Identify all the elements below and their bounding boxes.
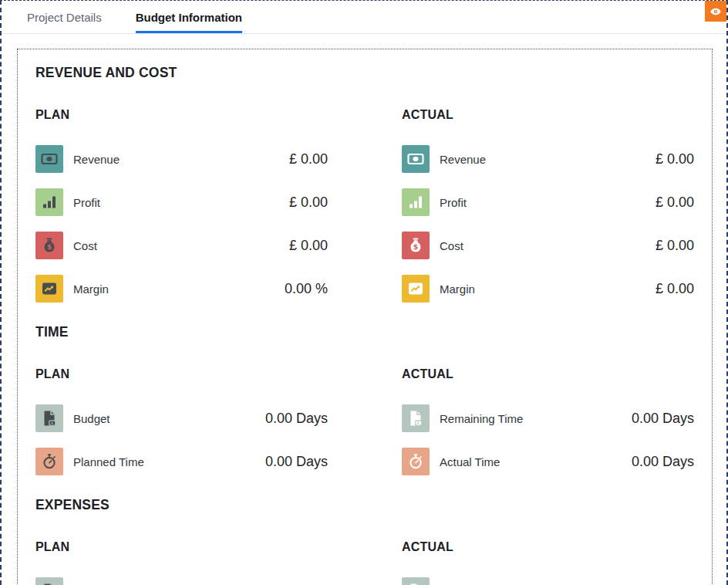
plan-actual-columns: PLAN Revenue £ 0.00 Profit £ 0.00 $ Cost… [35, 107, 694, 310]
column-heading: ACTUAL [402, 366, 694, 383]
svg-text:$: $ [47, 242, 52, 251]
section-title: REVENUE AND COST [35, 63, 694, 82]
metric-rows: Remaining £ 0.00 [402, 570, 694, 585]
metric-value: £ 0.00 [656, 281, 694, 297]
plan-actual-columns: PLAN Budget 0.00 Days Planned Time 0.00 … [35, 366, 694, 483]
metric-row: Remaining Time 0.00 Days [402, 397, 694, 440]
metric-label: Actual Time [440, 455, 500, 468]
metric-row: Profit £ 0.00 [35, 181, 328, 224]
metric-row: $ Cost £ 0.00 [402, 224, 694, 267]
trend-icon [35, 275, 63, 303]
metric-rows: Budget £ 0.00 [35, 570, 328, 585]
metric-value: £ 0.00 [289, 238, 328, 254]
metric-row: Remaining £ 0.00 [402, 570, 694, 585]
metric-label: Remaining Time [440, 412, 523, 425]
column-heading: ACTUAL [402, 539, 694, 556]
document-icon [35, 404, 63, 432]
metric-value: £ 0.00 [289, 194, 328, 211]
plan-actual-columns: PLAN Budget £ 0.00 ACTUAL Remaining £ 0.… [35, 539, 694, 585]
document-icon [402, 577, 430, 585]
section-title: TIME [35, 323, 694, 341]
bar-chart-icon [35, 188, 63, 216]
stopwatch-icon [402, 448, 430, 475]
metric-rows: Revenue £ 0.00 Profit £ 0.00 $ Cost £ 0.… [35, 137, 328, 310]
metric-value: 0.00 Days [632, 454, 694, 470]
eye-icon [709, 5, 722, 18]
metric-value: 0.00 Days [265, 454, 328, 470]
metric-row: Budget 0.00 Days [35, 397, 328, 440]
section-title: EXPENSES [35, 495, 694, 514]
banknote-icon [402, 145, 430, 173]
stopwatch-icon [35, 448, 63, 475]
metric-row: Margin 0.00 % [35, 267, 328, 310]
metric-column: PLAN Budget £ 0.00 [35, 539, 328, 585]
metric-value: £ 0.00 [656, 194, 694, 211]
metric-row: Margin £ 0.00 [402, 267, 694, 310]
column-heading: PLAN [35, 107, 328, 123]
budget-information-panel: REVENUE AND COST PLAN Revenue £ 0.00 Pro… [17, 49, 713, 585]
metric-label: Cost [440, 239, 463, 252]
metric-rows: Remaining Time 0.00 Days Actual Time 0.0… [402, 397, 694, 483]
metric-value: 0.00 Days [632, 411, 694, 427]
money-bag-icon: $ [35, 232, 63, 259]
metric-value: 0.00 % [285, 281, 328, 297]
metric-label: Cost [73, 239, 97, 252]
metric-rows: Budget 0.00 Days Planned Time 0.00 Days [35, 397, 328, 483]
budget-section: REVENUE AND COST PLAN Revenue £ 0.00 Pro… [35, 63, 694, 310]
metric-row: Revenue £ 0.00 [35, 137, 328, 181]
metric-label: Profit [73, 196, 100, 209]
banknote-icon [35, 145, 63, 173]
metric-row: $ Cost £ 0.00 [35, 224, 328, 267]
metric-label: Revenue [73, 153, 120, 166]
document-icon [402, 404, 430, 432]
metric-value: £ 0.00 [656, 238, 694, 254]
tab-budget-information[interactable]: Budget Information [136, 1, 242, 33]
tab-project-details[interactable]: Project Details [27, 1, 102, 33]
metric-label: Revenue [440, 153, 486, 166]
metric-label: Profit [440, 196, 467, 209]
metric-rows: Revenue £ 0.00 Profit £ 0.00 $ Cost £ 0.… [402, 137, 694, 310]
metric-label: Planned Time [73, 455, 144, 468]
budget-section: EXPENSES PLAN Budget £ 0.00 ACTUAL Remai… [35, 495, 694, 585]
metric-row: Profit £ 0.00 [402, 181, 694, 224]
money-bag-icon: $ [402, 232, 430, 259]
column-heading: PLAN [35, 539, 328, 556]
column-heading: ACTUAL [402, 107, 694, 123]
trend-icon [402, 275, 430, 303]
metric-label: Margin [73, 282, 109, 296]
metric-value: £ 0.00 [289, 151, 328, 167]
metric-row: Planned Time 0.00 Days [35, 440, 328, 483]
metric-value: 0.00 Days [265, 411, 328, 427]
svg-text:$: $ [413, 242, 419, 251]
metric-value: £ 0.00 [656, 151, 694, 167]
budget-section: TIME PLAN Budget 0.00 Days Planned Time … [35, 323, 694, 483]
metric-column: ACTUAL Remaining £ 0.00 [402, 539, 694, 585]
metric-column: PLAN Budget 0.00 Days Planned Time 0.00 … [35, 366, 328, 483]
metric-column: PLAN Revenue £ 0.00 Profit £ 0.00 $ Cost… [35, 107, 328, 310]
metric-label: Budget [73, 412, 110, 425]
metric-column: ACTUAL Remaining Time 0.00 Days Actual T… [402, 366, 694, 483]
column-heading: PLAN [35, 366, 328, 383]
metric-column: ACTUAL Revenue £ 0.00 Profit £ 0.00 $ Co… [402, 107, 694, 310]
metric-row: Actual Time 0.00 Days [402, 440, 694, 483]
metric-label: Margin [440, 282, 475, 296]
metric-row: Revenue £ 0.00 [402, 137, 694, 181]
bar-chart-icon [402, 188, 430, 216]
preview-button[interactable] [705, 1, 726, 22]
document-icon [35, 577, 63, 585]
tab-bar: Project Details Budget Information [2, 1, 726, 34]
metric-row: Budget £ 0.00 [35, 570, 328, 585]
budget-form-page: Project Details Budget Information REVEN… [0, 0, 728, 585]
sections: REVENUE AND COST PLAN Revenue £ 0.00 Pro… [35, 63, 694, 585]
